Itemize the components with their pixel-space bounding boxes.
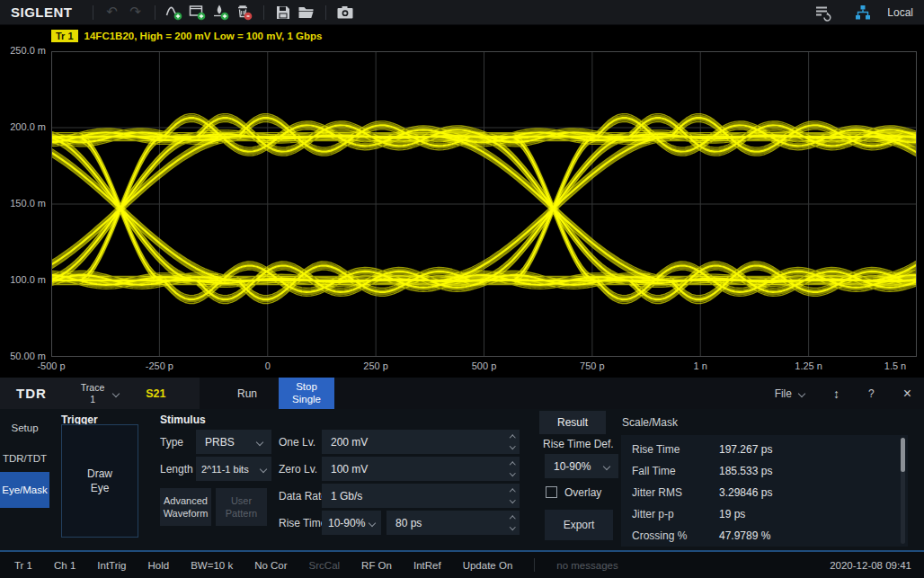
undo-button[interactable]: ↶ bbox=[101, 2, 124, 23]
close-icon: × bbox=[903, 386, 911, 402]
rise-time-def-value: 10-90% bbox=[328, 517, 365, 529]
length-dropdown[interactable]: 2^11-1 bits bbox=[196, 457, 271, 481]
eye-diagram-canvas[interactable] bbox=[51, 51, 917, 357]
zero-level-stepper[interactable] bbox=[511, 457, 515, 481]
resize-icon: ↕ bbox=[833, 387, 840, 401]
y-axis-tick-label: 100.0 m bbox=[0, 274, 46, 285]
local-remote-label[interactable]: Local bbox=[887, 6, 913, 19]
resize-panel-button[interactable]: ↕ bbox=[833, 387, 840, 401]
stop-single-button[interactable]: Stop Single bbox=[279, 378, 334, 409]
user-pattern-line2: Pattern bbox=[226, 507, 257, 520]
results-scrollbar-thumb[interactable] bbox=[901, 438, 905, 472]
siglent-logo: SIGLENT bbox=[11, 4, 73, 20]
result-rise-def-value: 10-90% bbox=[554, 460, 591, 473]
x-axis-tick-label: 1.25 n bbox=[784, 360, 834, 371]
add-trace-button[interactable] bbox=[163, 2, 186, 23]
help-icon: ? bbox=[868, 387, 875, 400]
data-rate-stepper[interactable] bbox=[511, 484, 515, 508]
chevron-down-icon bbox=[260, 465, 267, 472]
file-menu-button[interactable]: File bbox=[775, 387, 804, 400]
tdr-bar-right: File ↕ ? × bbox=[775, 378, 911, 409]
redo-icon: ↷ bbox=[129, 5, 141, 19]
one-level-value: 200 mV bbox=[331, 436, 368, 449]
advanced-waveform-button[interactable]: Advanced Waveform bbox=[160, 488, 211, 526]
result-row-name: Crossing % bbox=[632, 529, 687, 542]
rise-time-field[interactable]: 80 ps bbox=[386, 511, 520, 535]
toolbar-separator bbox=[263, 5, 264, 20]
toolbar-separator bbox=[93, 5, 93, 20]
chevron-down-icon bbox=[369, 519, 376, 526]
save-button[interactable] bbox=[271, 2, 295, 23]
data-rate-field[interactable]: 1 Gb/s bbox=[322, 484, 520, 508]
sidebar-item-eye-mask[interactable]: Eye/Mask bbox=[0, 472, 49, 508]
user-pattern-line1: User bbox=[231, 494, 252, 507]
screenshot-button[interactable] bbox=[333, 2, 357, 23]
tdr-settings-panel: Setup TDR/TDT Eye/Mask Trigger Draw Eye … bbox=[0, 409, 924, 550]
camera-icon bbox=[336, 4, 354, 21]
result-row: Crossing %47.9789 % bbox=[621, 525, 908, 547]
add-marker-button[interactable] bbox=[209, 2, 233, 23]
app-window: SIGLENT ↶ ↷ bbox=[0, 0, 924, 578]
status-message: no messages bbox=[556, 560, 617, 571]
overlay-label: Overlay bbox=[564, 480, 601, 504]
status-divider bbox=[534, 558, 535, 572]
delete-trace-button[interactable] bbox=[233, 2, 256, 23]
status-indicator: Hold bbox=[148, 560, 170, 571]
save-icon bbox=[275, 4, 291, 21]
run-button[interactable]: Run bbox=[219, 378, 275, 409]
datetime-label: 2020-12-08 09:41 bbox=[830, 560, 911, 571]
y-axis-tick-label: 250.0 m bbox=[0, 45, 46, 56]
help-button[interactable]: ? bbox=[868, 387, 875, 400]
zero-level-label: Zero Lv. bbox=[279, 457, 317, 481]
overlay-checkbox[interactable] bbox=[546, 486, 557, 498]
x-axis-tick-label: 750 p bbox=[567, 360, 617, 371]
rise-time-label: Rise Time bbox=[279, 511, 326, 535]
sidebar-item-tdr-tdt[interactable]: TDR/TDT bbox=[0, 447, 49, 470]
undo-icon: ↶ bbox=[106, 5, 118, 19]
rise-time-def-label: Rise Time Def. bbox=[543, 438, 614, 450]
user-pattern-button[interactable]: User Pattern bbox=[216, 488, 267, 526]
trace-badge[interactable]: Tr 1 bbox=[51, 30, 78, 42]
rise-time-value: 80 ps bbox=[395, 517, 422, 529]
sidebar-item-setup[interactable]: Setup bbox=[0, 416, 49, 440]
result-row-name: Rise Time bbox=[632, 443, 680, 456]
stop-single-line1: Stop bbox=[296, 381, 317, 394]
add-window-button[interactable] bbox=[186, 2, 209, 23]
result-row: Fall Time185.533 ps bbox=[621, 460, 908, 482]
draw-eye-line1: Draw bbox=[87, 467, 112, 481]
system-status-button[interactable] bbox=[812, 2, 835, 23]
y-axis-tick-label: 150.0 m bbox=[0, 198, 46, 209]
result-row-name: Jitter RMS bbox=[632, 486, 682, 499]
trace-info[interactable]: Tr 1 14FC1B20, High = 200 mV Low = 100 m… bbox=[51, 30, 322, 42]
export-button[interactable]: Export bbox=[545, 510, 613, 540]
close-panel-button[interactable]: × bbox=[903, 386, 911, 402]
chevron-down-icon bbox=[256, 438, 263, 445]
rise-time-stepper[interactable] bbox=[511, 511, 515, 535]
tab-result[interactable]: Result bbox=[539, 411, 606, 434]
status-indicator: SrcCal bbox=[309, 560, 341, 571]
result-rise-def-dropdown[interactable]: 10-90% bbox=[545, 454, 618, 478]
rise-time-def-dropdown[interactable]: 10-90% bbox=[322, 511, 381, 535]
plot-section: Tr 1 14FC1B20, High = 200 mV Low = 100 m… bbox=[0, 25, 924, 378]
results-scrollbar[interactable] bbox=[901, 438, 905, 544]
add-marker-icon bbox=[212, 4, 230, 21]
one-level-field[interactable]: 200 mV bbox=[322, 430, 520, 454]
status-indicator: Update On bbox=[463, 560, 513, 571]
zero-level-field[interactable]: 100 mV bbox=[322, 457, 520, 481]
one-level-stepper[interactable] bbox=[511, 430, 515, 454]
status-indicator: No Cor bbox=[254, 560, 287, 571]
status-indicator: IntRef bbox=[413, 560, 441, 571]
network-button[interactable] bbox=[851, 2, 875, 23]
trace-selector[interactable]: Trace 1 bbox=[81, 382, 119, 404]
x-axis-tick-label: 250 p bbox=[351, 360, 401, 371]
status-indicator: Ch 1 bbox=[54, 560, 76, 571]
type-label: Type bbox=[160, 430, 183, 454]
type-dropdown[interactable]: PRBS bbox=[196, 430, 271, 454]
result-row-value: 197.267 ps bbox=[719, 443, 772, 456]
result-row-value: 19 ps bbox=[719, 508, 745, 520]
toolbar-separator bbox=[155, 5, 155, 20]
tab-scale-mask[interactable]: Scale/Mask bbox=[613, 411, 687, 434]
draw-eye-button[interactable]: Draw Eye bbox=[61, 424, 138, 538]
redo-button[interactable]: ↷ bbox=[124, 2, 147, 23]
open-file-button[interactable] bbox=[295, 2, 318, 23]
